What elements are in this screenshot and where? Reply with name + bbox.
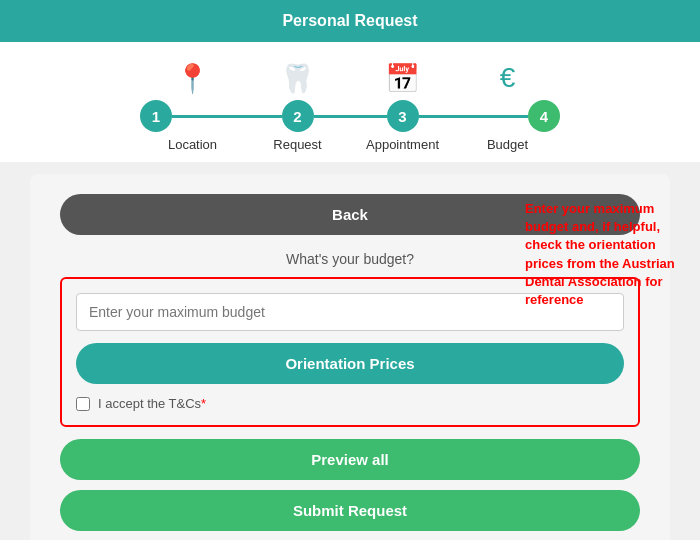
- step-line-3b: [419, 115, 456, 118]
- step-label-budget: Budget: [487, 137, 528, 152]
- step-item-location: 📍 1 Location: [140, 60, 245, 152]
- step-3-row: 3: [350, 100, 455, 132]
- step-line-2a: [245, 115, 282, 118]
- tooth-icon: 🦷: [280, 60, 315, 96]
- step-line-4: [455, 115, 528, 118]
- step-2-row: 2: [245, 100, 350, 132]
- step-item-appointment: 📅 3 Appointment: [350, 60, 455, 152]
- step-circle-3: 3: [387, 100, 419, 132]
- side-annotation: Enter your maximum budget and, if helpfu…: [525, 200, 690, 309]
- terms-asterisk: *: [201, 396, 206, 411]
- step-line-2b: [314, 115, 351, 118]
- step-label-request: Request: [273, 137, 321, 152]
- orientation-prices-button[interactable]: Orientation Prices: [76, 343, 624, 384]
- step-label-appointment: Appointment: [366, 137, 439, 152]
- step-line-1: [172, 115, 245, 118]
- step-circle-2: 2: [282, 100, 314, 132]
- page-header: Personal Request: [0, 0, 700, 42]
- euro-icon: €: [500, 60, 516, 96]
- submit-button[interactable]: Submit Request: [60, 490, 640, 531]
- step-circle-4: 4: [528, 100, 560, 132]
- step-item-request: 🦷 2 Request: [245, 60, 350, 152]
- step-1-row: 1: [140, 100, 245, 132]
- preview-button[interactable]: Preview all: [60, 439, 640, 480]
- step-4-row: 4: [455, 100, 560, 132]
- step-label-location: Location: [168, 137, 217, 152]
- terms-checkbox[interactable]: [76, 397, 90, 411]
- step-item-budget: € 4 Budget: [455, 60, 560, 152]
- step-line-3a: [350, 115, 387, 118]
- calendar-icon: 📅: [385, 60, 420, 96]
- steps-container: 📍 1 Location 🦷 2 Request 📅 3: [0, 42, 700, 162]
- steps-wrapper: 📍 1 Location 🦷 2 Request 📅 3: [140, 60, 560, 152]
- terms-label: I accept the T&Cs*: [98, 396, 206, 411]
- header-title: Personal Request: [282, 12, 417, 29]
- location-icon: 📍: [175, 60, 210, 96]
- step-circle-1: 1: [140, 100, 172, 132]
- terms-row: I accept the T&Cs*: [76, 396, 624, 411]
